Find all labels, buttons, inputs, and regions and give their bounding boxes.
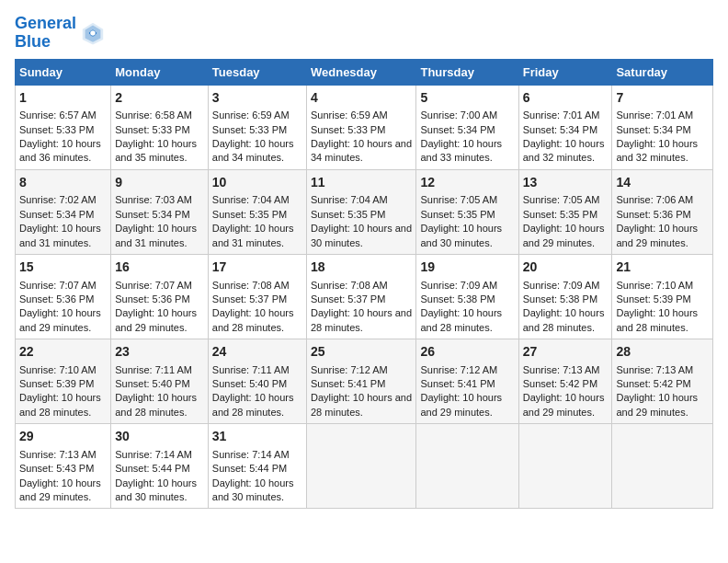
- day-number: 8: [19, 174, 107, 192]
- calendar-table: SundayMondayTuesdayWednesdayThursdayFrid…: [15, 59, 713, 510]
- calendar-cell: [518, 424, 612, 509]
- sunrise-label: Sunrise: 7:11 AM: [212, 364, 290, 375]
- day-number: 30: [115, 428, 204, 446]
- day-number: 21: [616, 259, 709, 277]
- sunset-label: Sunset: 5:41 PM: [311, 378, 385, 389]
- calendar-cell: 11Sunrise: 7:04 AMSunset: 5:35 PMDayligh…: [306, 169, 415, 254]
- sunrise-label: Sunrise: 6:59 AM: [212, 109, 290, 121]
- calendar-cell: 22Sunrise: 7:10 AMSunset: 5:39 PMDayligh…: [16, 339, 111, 424]
- daylight-label: Daylight: 10 hours and 28 minutes.: [212, 307, 294, 332]
- sunrise-label: Sunrise: 7:12 AM: [420, 364, 497, 375]
- sunset-label: Sunset: 5:33 PM: [212, 124, 287, 135]
- sunrise-label: Sunrise: 6:58 AM: [115, 109, 192, 121]
- sunrise-label: Sunrise: 7:13 AM: [616, 364, 693, 375]
- day-number: 22: [19, 343, 107, 362]
- daylight-label: Daylight: 10 hours and 32 minutes.: [523, 138, 605, 163]
- calendar-cell: [612, 424, 713, 509]
- calendar-cell: 29Sunrise: 7:13 AMSunset: 5:43 PMDayligh…: [16, 424, 111, 509]
- daylight-label: Daylight: 10 hours and 29 minutes.: [523, 392, 605, 417]
- sunset-label: Sunset: 5:34 PM: [616, 124, 690, 135]
- calendar-cell: 31Sunrise: 7:14 AMSunset: 5:44 PMDayligh…: [208, 424, 306, 509]
- sunset-label: Sunset: 5:41 PM: [420, 378, 495, 389]
- daylight-label: Daylight: 10 hours and 36 minutes.: [19, 138, 101, 163]
- daylight-label: Daylight: 10 hours and 29 minutes.: [523, 223, 605, 247]
- col-header-thursday: Thursday: [416, 59, 518, 85]
- sunrise-label: Sunrise: 7:05 AM: [523, 194, 600, 205]
- sunset-label: Sunset: 5:40 PM: [115, 378, 189, 389]
- header: GeneralBlue: [15, 15, 713, 52]
- sunset-label: Sunset: 5:36 PM: [115, 293, 189, 304]
- daylight-label: Daylight: 10 hours and 31 minutes.: [212, 223, 294, 247]
- sunset-label: Sunset: 5:37 PM: [212, 293, 287, 304]
- sunrise-label: Sunrise: 7:08 AM: [212, 280, 290, 291]
- day-number: 1: [19, 89, 107, 108]
- sunrise-label: Sunrise: 7:13 AM: [523, 364, 600, 375]
- calendar-cell: 16Sunrise: 7:07 AMSunset: 5:36 PMDayligh…: [111, 254, 209, 339]
- day-number: 9: [115, 174, 204, 192]
- daylight-label: Daylight: 10 hours and 28 minutes.: [523, 307, 605, 332]
- sunrise-label: Sunrise: 7:14 AM: [212, 449, 290, 460]
- sunset-label: Sunset: 5:43 PM: [19, 463, 94, 474]
- calendar-cell: 21Sunrise: 7:10 AMSunset: 5:39 PMDayligh…: [612, 254, 713, 339]
- sunset-label: Sunset: 5:35 PM: [311, 209, 385, 220]
- daylight-label: Daylight: 10 hours and 30 minutes.: [420, 223, 502, 247]
- sunrise-label: Sunrise: 7:06 AM: [616, 194, 693, 205]
- daylight-label: Daylight: 10 hours and 29 minutes.: [616, 223, 698, 247]
- sunrise-label: Sunrise: 7:12 AM: [311, 364, 388, 375]
- day-number: 18: [311, 259, 412, 277]
- day-number: 7: [616, 89, 709, 108]
- day-number: 15: [19, 259, 107, 277]
- day-number: 31: [212, 428, 302, 446]
- daylight-label: Daylight: 10 hours and 28 minutes.: [19, 392, 101, 417]
- sunset-label: Sunset: 5:35 PM: [420, 209, 495, 220]
- day-number: 23: [115, 343, 204, 362]
- calendar-cell: 25Sunrise: 7:12 AMSunset: 5:41 PMDayligh…: [306, 339, 415, 424]
- logo: GeneralBlue: [15, 15, 106, 52]
- sunrise-label: Sunrise: 6:57 AM: [19, 109, 97, 121]
- sunset-label: Sunset: 5:33 PM: [311, 124, 385, 135]
- calendar-cell: 19Sunrise: 7:09 AMSunset: 5:38 PMDayligh…: [416, 254, 518, 339]
- day-number: 16: [115, 259, 204, 277]
- day-number: 28: [616, 343, 709, 362]
- calendar-cell: [416, 424, 518, 509]
- daylight-label: Daylight: 10 hours and 30 minutes.: [212, 477, 294, 502]
- sunrise-label: Sunrise: 7:01 AM: [523, 109, 600, 121]
- daylight-label: Daylight: 10 hours and 28 minutes.: [420, 307, 502, 332]
- calendar-cell: 7Sunrise: 7:01 AMSunset: 5:34 PMDaylight…: [612, 85, 713, 169]
- daylight-label: Daylight: 10 hours and 30 minutes.: [311, 223, 412, 247]
- calendar-cell: 8Sunrise: 7:02 AMSunset: 5:34 PMDaylight…: [16, 169, 111, 254]
- day-number: 6: [523, 89, 609, 108]
- day-number: 12: [420, 174, 514, 192]
- calendar-week-row: 29Sunrise: 7:13 AMSunset: 5:43 PMDayligh…: [16, 424, 713, 509]
- calendar-week-row: 1Sunrise: 6:57 AMSunset: 5:33 PMDaylight…: [16, 85, 713, 169]
- col-header-saturday: Saturday: [612, 59, 713, 85]
- sunrise-label: Sunrise: 6:59 AM: [311, 109, 388, 121]
- daylight-label: Daylight: 10 hours and 28 minutes.: [311, 392, 412, 417]
- sunset-label: Sunset: 5:44 PM: [212, 463, 287, 474]
- calendar-cell: 2Sunrise: 6:58 AMSunset: 5:33 PMDaylight…: [111, 85, 209, 169]
- daylight-label: Daylight: 10 hours and 28 minutes.: [311, 307, 412, 332]
- col-header-friday: Friday: [518, 59, 612, 85]
- day-number: 4: [311, 89, 412, 108]
- daylight-label: Daylight: 10 hours and 28 minutes.: [115, 392, 197, 417]
- day-number: 25: [311, 343, 412, 362]
- sunrise-label: Sunrise: 7:02 AM: [19, 194, 97, 205]
- daylight-label: Daylight: 10 hours and 29 minutes.: [616, 392, 698, 417]
- daylight-label: Daylight: 10 hours and 28 minutes.: [616, 307, 698, 332]
- daylight-label: Daylight: 10 hours and 29 minutes.: [19, 477, 101, 502]
- calendar-body: 1Sunrise: 6:57 AMSunset: 5:33 PMDaylight…: [16, 85, 713, 509]
- day-number: 24: [212, 343, 302, 362]
- calendar-cell: 28Sunrise: 7:13 AMSunset: 5:42 PMDayligh…: [612, 339, 713, 424]
- sunset-label: Sunset: 5:34 PM: [115, 209, 189, 220]
- sunrise-label: Sunrise: 7:08 AM: [311, 280, 388, 291]
- calendar-cell: 6Sunrise: 7:01 AMSunset: 5:34 PMDaylight…: [518, 85, 612, 169]
- sunset-label: Sunset: 5:44 PM: [115, 463, 189, 474]
- day-number: 17: [212, 259, 302, 277]
- calendar-cell: 13Sunrise: 7:05 AMSunset: 5:35 PMDayligh…: [518, 169, 612, 254]
- col-header-wednesday: Wednesday: [306, 59, 415, 85]
- daylight-label: Daylight: 10 hours and 31 minutes.: [19, 223, 101, 247]
- day-number: 27: [523, 343, 609, 362]
- calendar-week-row: 15Sunrise: 7:07 AMSunset: 5:36 PMDayligh…: [16, 254, 713, 339]
- daylight-label: Daylight: 10 hours and 31 minutes.: [115, 223, 197, 247]
- sunset-label: Sunset: 5:35 PM: [523, 209, 597, 220]
